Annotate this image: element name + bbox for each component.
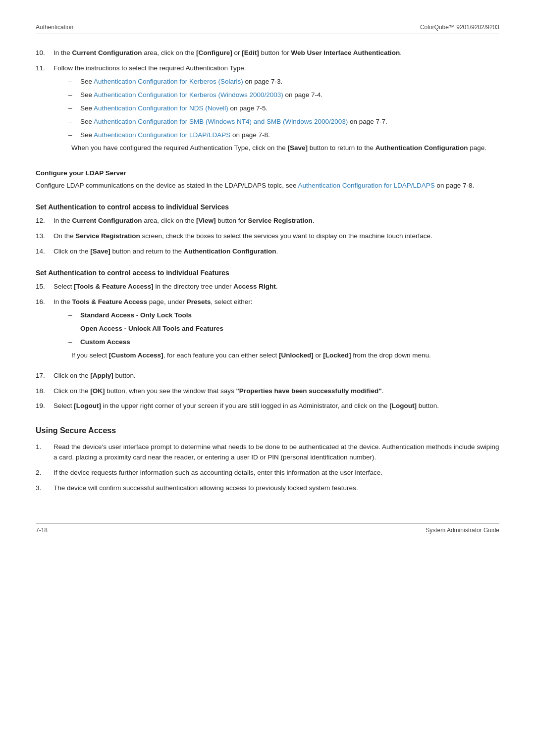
set-auth-services-heading: Set Authentication to control access to … xyxy=(36,203,499,211)
bold-web-user-interface-auth: Web User Interface Authentication xyxy=(291,49,400,56)
bold-tools-feature-access: [Tools & Feature Access] xyxy=(74,283,154,290)
item-15-num: 15. xyxy=(36,282,54,292)
list-item-12: 12. In the Current Configuration area, c… xyxy=(36,216,499,226)
list-item-17: 17. Click on the [Apply] button. xyxy=(36,371,499,381)
bold-logout: [Logout] xyxy=(74,402,101,409)
dash-4: – xyxy=(68,117,80,127)
bold-configure: [Configure] xyxy=(196,49,232,56)
item-11-text: Follow the instructions to select the re… xyxy=(54,63,499,158)
bullet-16-2-text: Open Access - Unlock All Tools and Featu… xyxy=(80,324,499,334)
bold-custom-access: Custom Access xyxy=(80,338,130,346)
configure-ldap-paragraph: Configure LDAP communications on the dev… xyxy=(36,181,499,191)
dash-2: – xyxy=(68,90,80,101)
item-13-text: On the Service Registration screen, chec… xyxy=(54,231,499,242)
list-item-15: 15. Select [Tools & Feature Access] in t… xyxy=(36,282,499,292)
secure-item-2: 2. If the device requests further inform… xyxy=(36,468,499,478)
bold-service-reg-13: Service Registration xyxy=(75,232,140,240)
item-17-text: Click on the [Apply] button. xyxy=(54,371,499,381)
link-smb-windows[interactable]: Authentication Configuration for SMB (Wi… xyxy=(94,118,348,125)
list-item-11: 11. Follow the instructions to select th… xyxy=(36,63,499,158)
header-left: Authentication xyxy=(36,24,73,31)
bold-current-config: Current Configuration xyxy=(72,49,142,56)
dash-5: – xyxy=(68,130,80,141)
item-14-num: 14. xyxy=(36,247,54,257)
dash-16-1: – xyxy=(68,310,80,321)
bullet-item-16-3: – Custom Access xyxy=(68,337,499,348)
using-secure-access-title: Using Secure Access xyxy=(36,426,499,435)
bold-custom-access-16: [Custom Access] xyxy=(109,352,163,359)
secure-item-1: 1. Read the device's user interface prom… xyxy=(36,442,499,463)
bold-properties-modified: "Properties have been successfully modif… xyxy=(236,387,381,395)
bullet-list-11: – See Authentication Configuration for K… xyxy=(68,77,499,141)
page: Authentication ColorQube™ 9201/9202/9203… xyxy=(0,0,535,573)
dash-3: – xyxy=(68,103,80,114)
item-16-text: In the Tools & Feature Access page, unde… xyxy=(54,297,499,366)
list-item-16: 16. In the Tools & Feature Access page, … xyxy=(36,297,499,366)
link-kerberos-solaris[interactable]: Authentication Configuration for Kerbero… xyxy=(94,78,243,85)
item-13-num: 13. xyxy=(36,231,54,242)
bold-standard-access: Standard Access - Only Lock Tools xyxy=(80,311,192,319)
bold-auth-config-14: Authentication Configuration xyxy=(184,248,276,255)
link-kerberos-windows[interactable]: Authentication Configuration for Kerbero… xyxy=(94,91,283,99)
bold-access-right: Access Right xyxy=(233,283,276,290)
bullet-1-text: See Authentication Configuration for Ker… xyxy=(80,77,499,87)
bold-apply: [Apply] xyxy=(90,372,113,379)
dash-16-2: – xyxy=(68,324,80,334)
dash-16-3: – xyxy=(68,337,80,348)
bullet-item-5: – See Authentication Configuration for L… xyxy=(68,130,499,141)
item-11-num: 11. xyxy=(36,63,54,158)
item-18-text: Click on the [OK] button, when you see t… xyxy=(54,386,499,397)
list-item-10: 10. In the Current Configuration area, c… xyxy=(36,48,499,58)
bold-unlocked: [Unlocked] xyxy=(279,352,314,359)
item-18-num: 18. xyxy=(36,386,54,397)
item-19-num: 19. xyxy=(36,401,54,411)
bullet-4-text: See Authentication Configuration for SMB… xyxy=(80,117,499,127)
footer-right: System Administrator Guide xyxy=(426,527,499,534)
bullet-item-2: – See Authentication Configuration for K… xyxy=(68,90,499,101)
item-16-after-text: If you select [Custom Access], for each … xyxy=(71,351,499,361)
main-content: 10. In the Current Configuration area, c… xyxy=(36,48,499,494)
item-15-text: Select [Tools & Feature Access] in the d… xyxy=(54,282,499,292)
bold-tools-feature-access-16: Tools & Feature Access xyxy=(72,298,148,305)
bullet-item-16-2: – Open Access - Unlock All Tools and Fea… xyxy=(68,324,499,334)
bold-edit: [Edit] xyxy=(242,49,259,56)
bold-save-14: [Save] xyxy=(90,248,110,255)
item-16-num: 16. xyxy=(36,297,54,366)
item-19-text: Select [Logout] in the upper right corne… xyxy=(54,401,499,411)
bullet-3-text: See Authentication Configuration for NDS… xyxy=(80,103,499,114)
secure-item-2-num: 2. xyxy=(36,468,54,478)
header-right: ColorQube™ 9201/9202/9203 xyxy=(420,24,499,31)
bold-logout-btn: [Logout] xyxy=(389,402,417,409)
bullet-2-text: See Authentication Configuration for Ker… xyxy=(80,90,499,101)
bold-locked: [Locked] xyxy=(323,352,351,359)
item-12-text: In the Current Configuration area, click… xyxy=(54,216,499,226)
secure-item-1-text: Read the device's user interface prompt … xyxy=(54,442,499,463)
secure-item-1-num: 1. xyxy=(36,442,54,463)
bullet-item-3: – See Authentication Configuration for N… xyxy=(68,103,499,114)
secure-item-3-text: The device will confirm successful authe… xyxy=(54,483,499,494)
secure-item-3-num: 3. xyxy=(36,483,54,494)
bold-open-access: Open Access - Unlock All Tools and Featu… xyxy=(80,325,223,332)
bullet-16-3-text: Custom Access xyxy=(80,337,499,348)
bullet-5-text: See Authentication Configuration for LDA… xyxy=(80,130,499,141)
link-ldap-ldaps[interactable]: Authentication Configuration for LDAP/LD… xyxy=(94,131,230,139)
secure-item-3: 3. The device will confirm successful au… xyxy=(36,483,499,494)
bold-save-1: [Save] xyxy=(288,144,308,151)
dash-1: – xyxy=(68,77,80,87)
bullet-list-16: – Standard Access - Only Lock Tools – Op… xyxy=(68,310,499,348)
link-auth-ldap-ldaps[interactable]: Authentication Configuration for LDAP/LD… xyxy=(298,182,435,189)
page-footer: 7-18 System Administrator Guide xyxy=(36,523,499,534)
item-12-num: 12. xyxy=(36,216,54,226)
bold-auth-config: Authentication Configuration xyxy=(375,144,468,151)
link-nds-novell[interactable]: Authentication Configuration for NDS (No… xyxy=(94,104,228,112)
item-10-num: 10. xyxy=(36,48,54,58)
list-item-13: 13. On the Service Registration screen, … xyxy=(36,231,499,242)
item-11-after-text: When you have configured the required Au… xyxy=(71,143,499,153)
item-17-num: 17. xyxy=(36,371,54,381)
list-item-19: 19. Select [Logout] in the upper right c… xyxy=(36,401,499,411)
item-14-text: Click on the [Save] button and return to… xyxy=(54,247,499,257)
bold-presets: Presets xyxy=(187,298,211,305)
set-auth-features-heading: Set Authentication to control access to … xyxy=(36,269,499,277)
bold-ok: [OK] xyxy=(90,387,105,395)
bold-view: [View] xyxy=(196,217,216,224)
